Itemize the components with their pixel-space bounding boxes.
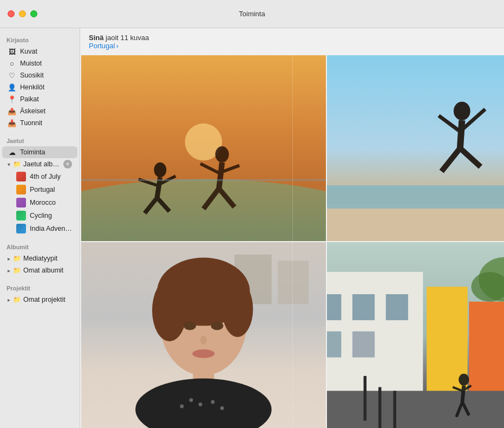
shared-section-label: Jaetut <box>0 133 80 146</box>
photo-portrait[interactable] <box>81 242 326 428</box>
photos-icon: 🖼 <box>8 47 16 56</box>
svg-point-40 <box>152 280 187 341</box>
beach-scene-bg <box>81 55 326 241</box>
sidebar-item-mediatyypit[interactable]: ▸ 📁 Mediatyypit <box>2 252 77 264</box>
svg-rect-56 <box>352 294 375 320</box>
favorites-icon: ♡ <box>8 71 16 80</box>
sidebar: Kirjasto 🖼 Kuvat ○ Muistot ♡ Suosikit 👤 … <box>0 28 80 428</box>
my-albums-icon: 📁 <box>12 266 21 275</box>
sidebar-item-4th-of-july[interactable]: 4th of July <box>2 170 77 183</box>
sidebar-item-paikat[interactable]: 📍 Paikat <box>2 93 77 105</box>
sidebar-item-omat-projektit[interactable]: ▸ 📁 Omat projektit <box>2 294 77 306</box>
expand-arrow-icon: ▾ <box>8 161 10 167</box>
svg-point-45 <box>189 398 193 402</box>
projects-section-label: Projektit <box>0 281 80 294</box>
library-section-label: Kirjasto <box>0 33 80 46</box>
svg-line-68 <box>462 386 464 402</box>
sidebar-item-omat-albumit[interactable]: ▸ 📁 Omat albumit <box>2 264 77 276</box>
svg-rect-18 <box>327 185 504 209</box>
sidebar-item-morocco[interactable]: Morocco <box>2 196 77 209</box>
svg-rect-37 <box>278 261 309 304</box>
sidebar-item-india-adventure[interactable]: India Adventure <box>2 222 77 235</box>
svg-line-10 <box>219 163 222 189</box>
sidebar-item-cycling[interactable]: Cycling <box>2 209 77 222</box>
albums-section-label: Albumit <box>0 239 80 252</box>
svg-line-20 <box>460 120 462 148</box>
activity-sender-name: Sinä <box>89 34 103 42</box>
activity-album-link[interactable]: Portugal › <box>89 42 495 50</box>
sidebar-label-suosikit: Suosikit <box>20 72 44 79</box>
svg-point-41 <box>222 281 253 337</box>
svg-point-52 <box>192 349 214 358</box>
sidebar-label-cycling: Cycling <box>30 212 52 219</box>
svg-rect-63 <box>327 391 504 428</box>
svg-rect-17 <box>327 204 504 241</box>
activity-description: Sinä jaoit 11 kuvaa <box>89 34 495 42</box>
expand-omat-albumit-icon: ▸ <box>8 268 10 274</box>
photo-jump-1[interactable] <box>327 55 504 241</box>
sidebar-item-henkilot[interactable]: 👤 Henkilöt <box>2 81 77 93</box>
sidebar-item-kuvat[interactable]: 🖼 Kuvat <box>2 46 77 57</box>
album-thumb-morocco <box>16 198 26 207</box>
sidebar-item-muistot[interactable]: ○ Muistot <box>2 57 77 69</box>
sidebar-item-jaetut-albumit[interactable]: ▾ 📁 Jaetut albumit + <box>2 158 77 170</box>
sidebar-label-henkilot: Henkilöt <box>20 83 44 91</box>
activity-link-arrow-icon: › <box>116 42 118 50</box>
right-panel: Sinä jaoit 11 kuvaa Portugal › <box>80 28 504 428</box>
titlebar: Toiminta <box>0 0 504 28</box>
minimize-button[interactable] <box>19 10 26 17</box>
add-shared-album-button[interactable]: + <box>63 160 72 168</box>
media-types-icon: 📁 <box>12 254 21 263</box>
sidebar-label-morocco: Morocco <box>30 199 56 206</box>
album-thumb-4th-of-july <box>16 172 26 181</box>
places-icon: 📍 <box>8 95 16 103</box>
svg-rect-64 <box>363 376 366 420</box>
svg-rect-15 <box>81 179 326 181</box>
svg-point-48 <box>220 406 224 410</box>
sidebar-label-mediatyypit: Mediatyypit <box>23 255 57 262</box>
main-content: Kirjasto 🖼 Kuvat ○ Muistot ♡ Suosikit 👤 … <box>0 28 504 428</box>
sidebar-label-omat-albumit: Omat albumit <box>23 267 63 274</box>
photo-street[interactable] <box>327 242 504 428</box>
sidebar-label-jaetut: Jaetut albumit <box>23 160 61 168</box>
close-button[interactable] <box>8 10 15 17</box>
imports-icon: 📤 <box>8 107 16 115</box>
activity-icon: ☁ <box>8 148 16 157</box>
svg-rect-57 <box>386 294 408 320</box>
svg-point-3 <box>154 163 166 177</box>
sidebar-label-india-adventure: India Adventure <box>30 225 72 232</box>
sidebar-label-toiminta: Toiminta <box>20 148 45 156</box>
photo-grid <box>80 54 504 428</box>
svg-rect-66 <box>393 391 396 428</box>
sidebar-item-askeiset[interactable]: 📤 Äskeiset <box>2 105 77 117</box>
sidebar-label-omat-projektit: Omat projektit <box>23 296 66 303</box>
people-icon: 👤 <box>8 83 16 92</box>
sidebar-item-portugal[interactable]: Portugal <box>2 183 77 196</box>
expand-mediatyypit-icon: ▸ <box>8 256 10 262</box>
sidebar-label-kuvat: Kuvat <box>20 48 37 55</box>
svg-rect-59 <box>352 332 375 358</box>
svg-point-1 <box>81 179 326 241</box>
svg-rect-55 <box>327 294 341 320</box>
album-thumb-cycling <box>16 211 26 221</box>
album-thumb-portugal <box>16 185 26 194</box>
svg-rect-65 <box>378 387 381 428</box>
svg-point-47 <box>211 400 215 404</box>
activity-link-label: Portugal <box>89 42 115 50</box>
sidebar-item-toiminta[interactable]: ☁ Toiminta <box>2 146 77 158</box>
maximize-button[interactable] <box>30 10 37 17</box>
svg-point-44 <box>180 405 184 408</box>
sidebar-item-suosikit[interactable]: ♡ Suosikit <box>2 69 77 81</box>
import-icon: 📥 <box>8 119 16 127</box>
shared-folder-icon: 📁 <box>12 160 21 168</box>
expand-omat-projektit-icon: ▸ <box>8 297 10 303</box>
activity-header: Sinä jaoit 11 kuvaa Portugal › <box>80 28 504 54</box>
svg-point-50 <box>211 321 224 330</box>
svg-point-49 <box>184 321 196 330</box>
memories-icon: ○ <box>8 59 16 68</box>
svg-rect-58 <box>327 332 341 358</box>
window-title: Toiminta <box>239 10 265 18</box>
svg-point-46 <box>199 403 202 406</box>
photo-beach-dance[interactable] <box>81 55 326 241</box>
sidebar-item-tuonnit[interactable]: 📥 Tuonnit <box>2 117 77 129</box>
